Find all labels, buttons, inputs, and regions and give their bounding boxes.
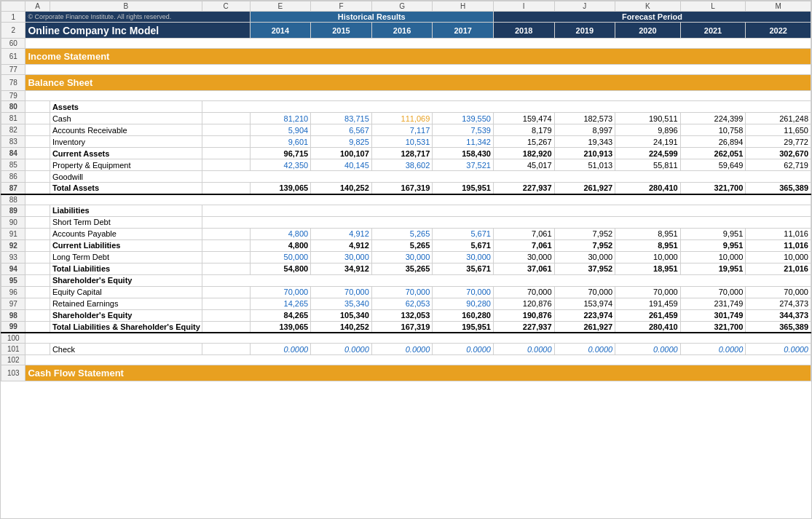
row-61: 61 Income Statement [1,49,811,65]
year-2017: 2017 [433,23,494,39]
row-102: 102 [1,355,811,365]
inventory-label: Inventory [50,136,202,148]
col-header-m: M [746,1,811,12]
assets-label: Assets [50,101,202,113]
cash-flow-header: Cash Flow Statement [25,365,811,381]
row-80: 80 Assets [1,101,811,113]
row-99: 99 Total Liabilities & Shareholder's Equ… [1,321,811,333]
col-header-f: F [311,1,372,12]
cash-label: Cash [50,113,202,124]
row-89: 89 Liabilities [1,205,811,216]
row-90: 90 Short Term Debt [1,216,811,228]
row-96: 96 Equity Capital 70,000 70,000 70,000 7… [1,286,811,298]
historical-header: Historical Results [250,12,493,23]
se-total-label: Shareholder's Equity [50,309,202,321]
cash-2019: 182,573 [554,113,615,124]
cash-2021: 224,399 [680,113,746,124]
col-header-e: E [250,1,311,12]
year-2021: 2021 [680,23,746,39]
cash-2016: 111,069 [371,113,433,124]
row-85: 85 Property & Equipment 42,350 40,145 38… [1,159,811,171]
row-88: 88 [1,194,811,205]
std-label: Short Term Debt [50,216,202,228]
row-101: 101 Check 0.0000 0.0000 0.0000 0.0000 0.… [1,344,811,355]
row-num-1: 1 [1,12,25,23]
total-liab-se-label: Total Liabilities & Shareholder's Equity [50,321,202,333]
cl-label: Current Liabilities [50,239,202,251]
row-93: 93 Long Term Debt 50,000 30,000 30,000 3… [1,251,811,263]
row-77: 77 [1,65,811,75]
copyright-cell: © Corporate Finance Institute. All right… [25,12,250,23]
row-82: 82 Accounts Receivable 5,904 6,567 7,117… [1,124,811,136]
equity-section-label: Shareholder's Equity [50,274,202,286]
row-92: 92 Current Liabilities 4,800 4,912 5,265… [1,239,811,251]
forecast-header: Forecast Period [493,12,811,23]
col-header-j: J [554,1,615,12]
total-assets-label: Total Assets [50,183,202,194]
ap-label: Accounts Payable [50,228,202,239]
col-header-k: K [615,1,681,12]
row-83: 83 Inventory 9,601 9,825 10,531 11,342 1… [1,136,811,148]
col-header-g: G [371,1,433,12]
total-liab-label: Total Liabilities [50,263,202,274]
year-2019: 2019 [554,23,615,39]
year-2020: 2020 [615,23,681,39]
cash-2014: 81,210 [250,113,311,124]
row-95: 95 Shareholder's Equity [1,274,811,286]
row-num-2: 2 [1,23,25,39]
row-86: 86 Goodwill [1,171,811,183]
col-header-b: B [50,1,202,12]
row-81: 81 Cash 81,210 83,715 111,069 139,550 15… [1,113,811,124]
year-2022: 2022 [746,23,811,39]
year-2015: 2015 [311,23,372,39]
col-header-l: L [680,1,746,12]
col-header-h: H [433,1,494,12]
row-79: 79 [1,91,811,101]
col-header-i: I [493,1,554,12]
spreadsheet: A B C E F G H I J K L M 1 © Corporate Fi… [0,0,812,519]
current-assets-label: Current Assets [50,148,202,159]
corner-cell [1,1,25,12]
check-label: Check [50,344,202,355]
ltd-label: Long Term Debt [50,251,202,263]
row-60: 60 [1,39,811,49]
row-103: 103 Cash Flow Statement [1,365,811,381]
row-87: 87 Total Assets 139,065 140,252 167,319 … [1,183,811,194]
cash-2017: 139,550 [433,113,494,124]
row-1: 1 © Corporate Finance Institute. All rig… [1,12,811,23]
cash-2018: 159,474 [493,113,554,124]
row-91: 91 Accounts Payable 4,800 4,912 5,265 5,… [1,228,811,239]
ppe-label: Property & Equipment [50,159,202,171]
row-78: 78 Balance Sheet [1,75,811,91]
row-100: 100 [1,333,811,344]
goodwill-label: Goodwill [50,171,202,183]
col-header-c: C [202,1,250,12]
row-98: 98 Shareholder's Equity 84,265 105,340 1… [1,309,811,321]
year-2014: 2014 [250,23,311,39]
balance-sheet-header: Balance Sheet [25,75,811,91]
income-statement-header: Income Statement [25,49,811,65]
retained-earnings-label: Retained Earnings [50,298,202,309]
row-2: 2 Online Company Inc Model 2014 2015 201… [1,23,811,39]
row-97: 97 Retained Earnings 14,265 35,340 62,05… [1,298,811,309]
col-header-a: A [25,1,50,12]
cash-2022: 261,248 [746,113,811,124]
cash-2015: 83,715 [311,113,372,124]
year-2016: 2016 [371,23,433,39]
equity-capital-label: Equity Capital [50,286,202,298]
cash-2020: 190,511 [615,113,681,124]
liabilities-label: Liabilities [50,205,202,216]
row-84: 84 Current Assets 96,715 100,107 128,717… [1,148,811,159]
year-2018: 2018 [493,23,554,39]
ar-label: Accounts Receivable [50,124,202,136]
row-94: 94 Total Liabilities 54,800 34,912 35,26… [1,263,811,274]
model-title: Online Company Inc Model [25,23,250,39]
